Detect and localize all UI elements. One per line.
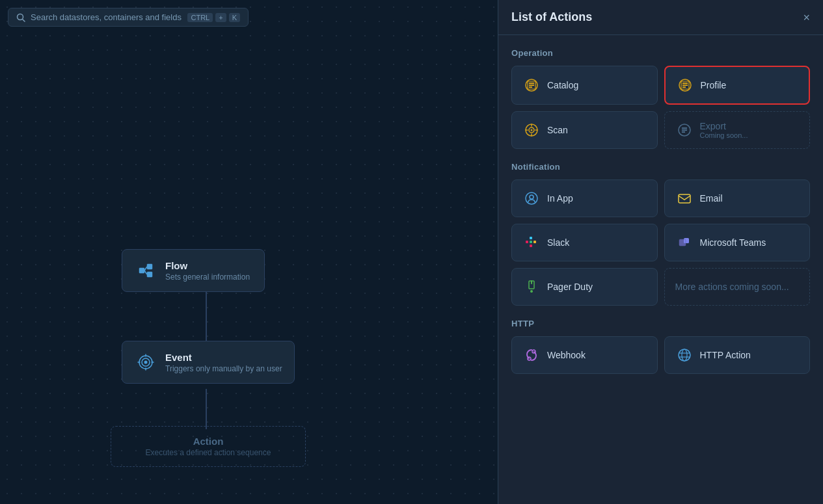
event-node[interactable]: Event Triggers only manually by an user — [122, 341, 295, 384]
svg-rect-29 — [530, 241, 532, 243]
flow-node-title: Flow — [165, 260, 250, 271]
keyboard-shortcut: CTRL + K — [187, 13, 240, 22]
webhook-icon — [522, 346, 541, 364]
svg-point-40 — [682, 349, 687, 361]
svg-point-24 — [526, 192, 537, 204]
http-icon — [675, 346, 694, 364]
panel-content: Operation Catalog — [498, 35, 823, 504]
right-panel: List of Actions × Operation — [498, 0, 823, 504]
email-label: Email — [700, 193, 723, 204]
search-icon — [16, 13, 25, 22]
search-bar[interactable]: Search datastores, containers and fields… — [8, 8, 249, 27]
webhook-label: Webhook — [547, 350, 586, 360]
svg-point-36 — [530, 290, 533, 293]
action-card-http[interactable]: HTTP Action — [664, 336, 811, 374]
svg-point-39 — [679, 349, 690, 361]
http-grid: Webhook HTTP Action — [511, 336, 810, 374]
slack-label: Slack — [547, 237, 569, 248]
svg-point-25 — [530, 195, 533, 199]
panel-title: List of Actions — [511, 10, 592, 24]
action-card-webhook[interactable]: Webhook — [511, 336, 658, 374]
search-placeholder: Search datastores, containers and fields — [31, 12, 182, 22]
event-icon — [134, 351, 157, 374]
in-app-label: In App — [547, 193, 573, 204]
section-operation-label: Operation — [511, 48, 810, 58]
profile-label: Profile — [701, 80, 727, 90]
flow-node[interactable]: Flow Sets general information — [122, 249, 265, 292]
svg-point-22 — [531, 129, 533, 131]
in-app-icon — [522, 189, 541, 207]
slack-icon — [522, 233, 541, 252]
svg-rect-2 — [139, 268, 144, 273]
scan-label: Scan — [547, 125, 568, 135]
svg-rect-30 — [533, 241, 536, 243]
action-node-title: Action — [123, 436, 293, 447]
action-card-scan[interactable]: Scan — [511, 111, 658, 149]
catalog-icon — [522, 76, 541, 94]
action-card-pagerduty[interactable]: Pager Duty — [511, 268, 658, 306]
section-notification: Notification In App — [511, 162, 810, 306]
section-http-label: HTTP — [511, 319, 810, 328]
flow-node-text: Flow Sets general information — [165, 260, 250, 282]
action-card-email[interactable]: Email — [664, 179, 811, 217]
svg-rect-26 — [679, 194, 690, 203]
action-card-more: More actions coming soon... — [664, 268, 811, 306]
section-http: HTTP Webhook — [511, 319, 810, 374]
connector-flow-event — [206, 289, 207, 341]
pagerduty-icon — [522, 278, 541, 296]
teams-label: Microsoft Teams — [700, 237, 766, 248]
svg-rect-4 — [147, 272, 152, 277]
connector-event-action — [206, 389, 207, 429]
action-card-profile[interactable]: Profile — [664, 66, 811, 105]
http-action-label: HTTP Action — [700, 350, 751, 360]
action-card-catalog[interactable]: Catalog — [511, 66, 658, 105]
profile-icon — [676, 76, 694, 94]
action-node[interactable]: Action Executes a defined action sequenc… — [111, 426, 306, 467]
event-node-title: Event — [165, 352, 282, 363]
panel-header: List of Actions × — [498, 0, 823, 35]
email-icon — [675, 189, 694, 207]
svg-line-1 — [23, 19, 25, 21]
flow-icon — [134, 259, 157, 282]
svg-rect-31 — [530, 245, 532, 247]
action-card-export: Export Coming soon... — [664, 111, 811, 149]
close-button[interactable]: × — [803, 12, 810, 23]
event-node-text: Event Triggers only manually by an user — [165, 352, 282, 373]
operation-grid: Catalog Profile — [511, 66, 810, 149]
action-node-subtitle: Executes a defined action sequence — [123, 448, 293, 457]
canvas-area: Search datastores, containers and fields… — [0, 0, 498, 504]
action-card-slack[interactable]: Slack — [511, 224, 658, 261]
action-card-in-app[interactable]: In App — [511, 179, 658, 217]
svg-rect-27 — [526, 241, 528, 243]
export-label: Export — [700, 121, 748, 131]
svg-rect-28 — [530, 237, 532, 239]
teams-icon — [675, 233, 694, 252]
more-actions-label: More actions coming soon... — [675, 282, 789, 292]
section-operation: Operation Catalog — [511, 48, 810, 149]
svg-line-5 — [144, 267, 147, 271]
svg-line-6 — [144, 271, 147, 274]
event-node-subtitle: Triggers only manually by an user — [165, 364, 282, 373]
svg-point-9 — [144, 361, 148, 364]
notification-grid: In App Email — [511, 179, 810, 306]
action-card-teams[interactable]: Microsoft Teams — [664, 224, 811, 261]
export-coming-soon: Coming soon... — [700, 131, 748, 139]
svg-rect-33 — [684, 238, 689, 243]
svg-rect-3 — [147, 264, 152, 269]
export-icon — [675, 121, 694, 139]
scan-icon — [522, 121, 541, 139]
section-notification-label: Notification — [511, 162, 810, 172]
pagerduty-label: Pager Duty — [547, 282, 593, 292]
flow-node-subtitle: Sets general information — [165, 272, 250, 282]
catalog-label: Catalog — [547, 80, 578, 90]
